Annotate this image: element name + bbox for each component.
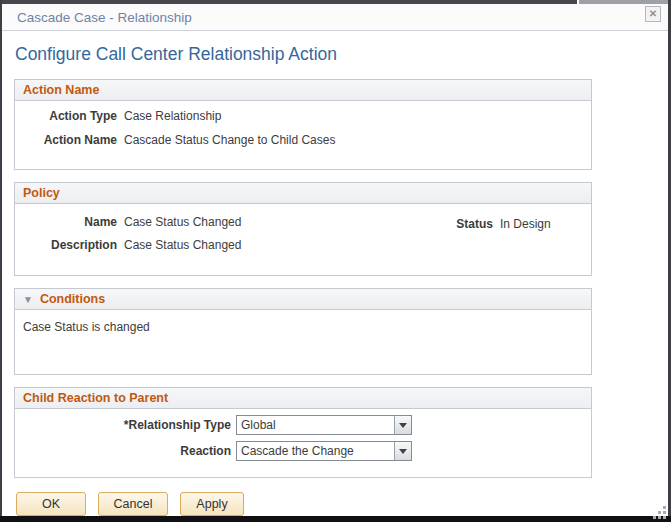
field-row-policy-description: Description Case Status Changed bbox=[17, 238, 583, 252]
policy-status-value: In Design bbox=[500, 217, 551, 231]
action-type-value: Case Relationship bbox=[124, 109, 221, 123]
section-child-reaction-header: Child Reaction to Parent bbox=[15, 388, 591, 409]
section-policy-header: Policy bbox=[15, 183, 591, 204]
window-border-left bbox=[0, 0, 2, 522]
close-icon[interactable]: ✕ bbox=[645, 6, 661, 22]
field-row-action-type: Action Type Case Relationship bbox=[17, 109, 583, 123]
apply-button[interactable]: Apply bbox=[180, 492, 244, 516]
policy-name-label: Name bbox=[17, 215, 117, 229]
policy-name-value: Case Status Changed bbox=[124, 215, 241, 229]
conditions-collapse-icon[interactable]: ▼ bbox=[23, 294, 33, 305]
field-row-policy-status: Status In Design bbox=[403, 217, 551, 231]
field-row-reaction: Reaction Cascade the Change bbox=[17, 441, 583, 461]
reaction-selected-value: Cascade the Change bbox=[237, 444, 394, 458]
section-policy-title: Policy bbox=[23, 186, 60, 200]
reaction-dropdown-arrow-icon[interactable] bbox=[394, 442, 411, 460]
policy-description-value: Case Status Changed bbox=[124, 238, 241, 252]
relationship-type-selected-value: Global bbox=[237, 418, 394, 432]
action-type-label: Action Type bbox=[17, 109, 117, 123]
dialog-window: Cascade Case - Relationship ✕ Configure … bbox=[0, 0, 671, 522]
section-conditions-body: Case Status is changed bbox=[15, 310, 591, 374]
field-row-relationship-type: *Relationship Type Global bbox=[17, 415, 583, 435]
ok-button[interactable]: OK bbox=[16, 492, 86, 516]
section-child-reaction-title: Child Reaction to Parent bbox=[23, 391, 168, 405]
relationship-type-dropdown-arrow-icon[interactable] bbox=[394, 416, 411, 434]
field-row-action-name: Action Name Cascade Status Change to Chi… bbox=[17, 133, 583, 147]
section-action-name-title: Action Name bbox=[23, 83, 99, 97]
policy-status-label: Status bbox=[403, 217, 493, 231]
window-border-bottom bbox=[0, 516, 671, 522]
button-row: OK Cancel Apply bbox=[16, 492, 668, 516]
section-conditions-header: ▼ Conditions bbox=[15, 289, 591, 310]
reaction-label: Reaction bbox=[17, 444, 231, 458]
policy-description-label: Description bbox=[17, 238, 117, 252]
page-title: Configure Call Center Relationship Actio… bbox=[15, 44, 668, 65]
dialog-content: Configure Call Center Relationship Actio… bbox=[2, 32, 668, 516]
section-conditions-title: Conditions bbox=[40, 292, 105, 306]
action-name-label: Action Name bbox=[17, 133, 117, 147]
relationship-type-label: *Relationship Type bbox=[17, 418, 231, 432]
dialog-titlebar: Cascade Case - Relationship bbox=[2, 4, 668, 31]
section-policy-body: Name Case Status Changed Description Cas… bbox=[15, 204, 591, 275]
window-border-top-right bbox=[577, 0, 668, 4]
section-conditions: ▼ Conditions Case Status is changed bbox=[14, 288, 592, 375]
relationship-type-select[interactable]: Global bbox=[236, 415, 412, 435]
resize-grip[interactable] bbox=[651, 504, 667, 520]
section-action-name: Action Name Action Type Case Relationshi… bbox=[14, 79, 592, 170]
window-border-top bbox=[0, 0, 671, 4]
section-child-reaction-body: *Relationship Type Global Reaction Casca… bbox=[15, 409, 591, 477]
dialog-title: Cascade Case - Relationship bbox=[2, 10, 192, 25]
section-action-name-body: Action Type Case Relationship Action Nam… bbox=[15, 101, 591, 169]
cancel-button[interactable]: Cancel bbox=[98, 492, 168, 516]
section-action-name-header: Action Name bbox=[15, 80, 591, 101]
action-name-value: Cascade Status Change to Child Cases bbox=[124, 133, 335, 147]
reaction-select[interactable]: Cascade the Change bbox=[236, 441, 412, 461]
conditions-text: Case Status is changed bbox=[23, 320, 583, 334]
section-policy: Policy Name Case Status Changed Descript… bbox=[14, 182, 592, 276]
section-child-reaction: Child Reaction to Parent *Relationship T… bbox=[14, 387, 592, 478]
